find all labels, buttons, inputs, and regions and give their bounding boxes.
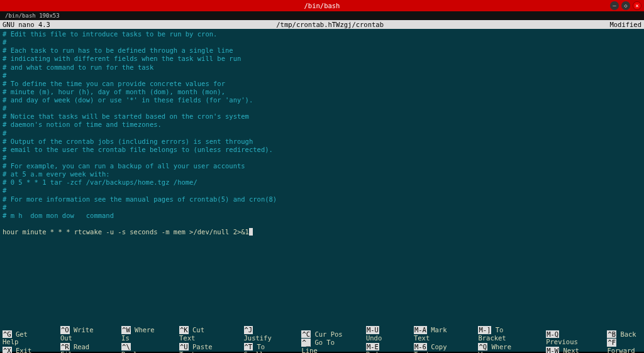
shortcut-cur-pos[interactable]: ^C Cur Pos (301, 330, 346, 339)
shortcut-exit[interactable]: ^X Exit (3, 347, 40, 353)
key-label: M-E (366, 343, 379, 351)
terminal-tab-row: /bin/bash 190x53 (0, 11, 644, 20)
shortcut-label: Exit (12, 347, 32, 353)
key-label: M-U (366, 326, 379, 334)
shortcut-where-is[interactable]: ^W Where Is (121, 326, 159, 342)
key-label: ^Q (478, 343, 487, 351)
shortcut-column: M-] To Bracket^Q Where Was (478, 326, 526, 353)
shortcut-read-file[interactable]: ^R Read File (60, 343, 101, 354)
key-label: ^U (179, 343, 189, 351)
key-label: ^\ (121, 343, 131, 351)
shortcut-next[interactable]: M-W Next (546, 347, 587, 353)
window-titlebar: /bin/bash – ◇ ✕ (0, 0, 644, 11)
shortcut-to-bracket[interactable]: M-] To Bracket (478, 326, 526, 342)
window-controls: – ◇ ✕ (610, 1, 641, 10)
nano-filepath: /tmp/crontab.hTWzgj/crontab (50, 21, 610, 28)
shortcut-where-was[interactable]: ^Q Where Was (478, 343, 526, 354)
shortcut-label: Forward (607, 347, 635, 353)
shortcut-paste-text[interactable]: ^U Paste Text (179, 343, 224, 354)
key-label: ^G (3, 330, 12, 339)
shortcut-back[interactable]: ^B Back (607, 330, 641, 339)
shortcut-justify[interactable]: ^J Justify (244, 326, 282, 342)
key-label: M-W (546, 347, 559, 353)
shortcut-write-out[interactable]: ^O Write Out (60, 326, 101, 342)
shortcut-label: Undo (366, 334, 382, 342)
shortcut-column: ^K Cut Text^U Paste Text (179, 326, 224, 353)
key-label: ^_ (301, 339, 311, 347)
shortcut-column: M-Q PreviousM-W Next (546, 330, 587, 353)
key-label: ^B (607, 330, 616, 339)
shortcut-forward[interactable]: ^F Forward (607, 339, 641, 353)
shortcut-column: ^W Where Is^\ Replace (121, 326, 159, 353)
cursor (249, 228, 253, 236)
shortcut-go-to-line[interactable]: ^_ Go To Line (301, 339, 346, 353)
key-label: ^W (121, 326, 131, 334)
shortcut-column: ^B Back^F Forward (607, 330, 641, 353)
shortcut-bar: ^G Get Help^X Exit^O Write Out^R Read Fi… (0, 333, 644, 352)
shortcut-label: Next (559, 347, 579, 353)
shortcut-column: M-A Mark TextM-6 Copy Text (414, 326, 458, 353)
key-label: ^T (244, 343, 253, 351)
shortcut-mark-text[interactable]: M-A Mark Text (414, 326, 458, 342)
shortcut-label: Redo (366, 350, 382, 353)
shortcut-column: ^J Justify^T To Spell (244, 326, 282, 353)
shortcut-label: Replace (121, 350, 149, 353)
shortcut-column: ^G Get Help^X Exit (3, 330, 40, 353)
key-label: ^F (607, 339, 616, 347)
terminal-tab[interactable]: /bin/bash 190x53 (5, 13, 60, 19)
nano-header: GNU nano 4.3 /tmp/crontab.hTWzgj/crontab… (0, 20, 644, 29)
crontab-entry: hour minute * * * rtcwake -u -s seconds … (3, 228, 249, 236)
key-label: ^J (244, 326, 253, 334)
shortcut-column: ^O Write Out^R Read File (60, 326, 101, 353)
key-label: ^C (301, 330, 311, 339)
shortcut-redo[interactable]: M-E Redo (366, 343, 394, 354)
key-label: M-Q (546, 330, 559, 339)
key-label: ^O (60, 326, 70, 334)
shortcut-undo[interactable]: M-U Undo (366, 326, 394, 342)
shortcut-column: ^C Cur Pos^_ Go To Line (301, 330, 346, 353)
shortcut-copy-text[interactable]: M-6 Copy Text (414, 343, 458, 354)
shortcut-previous[interactable]: M-Q Previous (546, 330, 587, 346)
shortcut-replace[interactable]: ^\ Replace (121, 343, 159, 354)
window-title: /bin/bash (304, 2, 340, 9)
key-label: ^X (3, 347, 12, 353)
shortcut-column: M-U UndoM-E Redo (366, 326, 394, 353)
maximize-icon[interactable]: ◇ (621, 1, 630, 10)
minimize-icon[interactable]: – (610, 1, 619, 10)
shortcut-label: Previous (546, 338, 578, 345)
shortcut-label: Cur Pos (311, 330, 343, 338)
shortcut-label: Back (616, 330, 636, 338)
key-label: ^R (60, 343, 70, 351)
editor-area[interactable]: # Edit this file to introduce tasks to b… (0, 29, 644, 333)
shortcut-to-spell[interactable]: ^T To Spell (244, 343, 282, 354)
close-icon[interactable]: ✕ (633, 1, 641, 10)
nano-version: GNU nano 4.3 (3, 21, 50, 28)
shortcut-get-help[interactable]: ^G Get Help (3, 330, 40, 346)
key-label: M-6 (414, 343, 427, 351)
key-label: M-] (478, 326, 491, 334)
shortcut-cut-text[interactable]: ^K Cut Text (179, 326, 224, 342)
shortcut-label: Justify (244, 334, 272, 342)
key-label: ^K (179, 326, 189, 334)
key-label: M-A (414, 326, 427, 334)
nano-status: Modified (609, 21, 641, 28)
